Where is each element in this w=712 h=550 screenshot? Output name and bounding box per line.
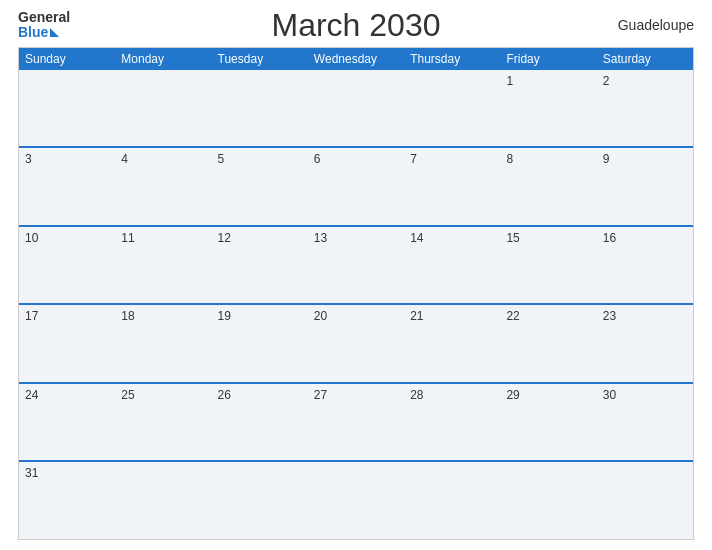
day-number: 30 (603, 388, 616, 402)
day-number: 19 (218, 309, 231, 323)
day-number: 26 (218, 388, 231, 402)
day-cell: 21 (404, 305, 500, 382)
day-cell: 19 (212, 305, 308, 382)
day-cell: 31 (19, 462, 115, 539)
day-cell (597, 462, 693, 539)
day-cell (500, 462, 596, 539)
day-number: 14 (410, 231, 423, 245)
day-header-saturday: Saturday (597, 48, 693, 70)
day-cell (212, 462, 308, 539)
day-cell: 5 (212, 148, 308, 225)
day-header-tuesday: Tuesday (212, 48, 308, 70)
day-number: 2 (603, 74, 610, 88)
day-cell: 11 (115, 227, 211, 304)
day-header-wednesday: Wednesday (308, 48, 404, 70)
day-cell (308, 462, 404, 539)
logo-general-text: General (18, 10, 70, 25)
logo: General Blue (18, 10, 70, 41)
day-cell: 20 (308, 305, 404, 382)
day-cell: 29 (500, 384, 596, 461)
day-cell (115, 70, 211, 147)
day-header-friday: Friday (500, 48, 596, 70)
week-row-0: 12 (19, 70, 693, 147)
day-header-monday: Monday (115, 48, 211, 70)
day-number: 12 (218, 231, 231, 245)
day-number: 22 (506, 309, 519, 323)
day-cell (308, 70, 404, 147)
day-cell: 17 (19, 305, 115, 382)
week-row-3: 17181920212223 (19, 303, 693, 382)
day-number: 28 (410, 388, 423, 402)
day-number: 13 (314, 231, 327, 245)
logo-triangle-icon (50, 28, 59, 37)
day-number: 10 (25, 231, 38, 245)
day-cell: 13 (308, 227, 404, 304)
day-cell: 12 (212, 227, 308, 304)
day-number: 25 (121, 388, 134, 402)
header: General Blue March 2030 Guadeloupe (18, 10, 694, 41)
day-number: 9 (603, 152, 610, 166)
day-cell (19, 70, 115, 147)
day-number: 15 (506, 231, 519, 245)
day-cell: 10 (19, 227, 115, 304)
day-cell: 30 (597, 384, 693, 461)
day-number: 6 (314, 152, 321, 166)
day-number: 23 (603, 309, 616, 323)
day-number: 24 (25, 388, 38, 402)
day-cell: 28 (404, 384, 500, 461)
day-number: 31 (25, 466, 38, 480)
day-number: 8 (506, 152, 513, 166)
day-number: 5 (218, 152, 225, 166)
weeks-container: 1234567891011121314151617181920212223242… (19, 70, 693, 539)
calendar: SundayMondayTuesdayWednesdayThursdayFrid… (18, 47, 694, 540)
week-row-2: 10111213141516 (19, 225, 693, 304)
day-cell: 6 (308, 148, 404, 225)
calendar-title: March 2030 (272, 7, 441, 44)
day-number: 21 (410, 309, 423, 323)
day-header-thursday: Thursday (404, 48, 500, 70)
day-cell: 23 (597, 305, 693, 382)
week-row-1: 3456789 (19, 146, 693, 225)
day-cell: 8 (500, 148, 596, 225)
week-row-4: 24252627282930 (19, 382, 693, 461)
day-cell (115, 462, 211, 539)
day-cell: 25 (115, 384, 211, 461)
day-cell: 27 (308, 384, 404, 461)
day-cell: 4 (115, 148, 211, 225)
day-number: 1 (506, 74, 513, 88)
location-label: Guadeloupe (618, 17, 694, 33)
day-cell: 16 (597, 227, 693, 304)
day-cell: 18 (115, 305, 211, 382)
day-headers-row: SundayMondayTuesdayWednesdayThursdayFrid… (19, 48, 693, 70)
day-cell: 22 (500, 305, 596, 382)
day-cell (404, 70, 500, 147)
day-cell (404, 462, 500, 539)
page: General Blue March 2030 Guadeloupe Sunda… (0, 0, 712, 550)
day-number: 18 (121, 309, 134, 323)
day-cell: 26 (212, 384, 308, 461)
day-cell: 7 (404, 148, 500, 225)
logo-blue-text: Blue (18, 25, 59, 40)
day-cell: 24 (19, 384, 115, 461)
day-number: 11 (121, 231, 134, 245)
day-cell: 9 (597, 148, 693, 225)
day-cell: 2 (597, 70, 693, 147)
day-number: 3 (25, 152, 32, 166)
day-cell: 15 (500, 227, 596, 304)
day-number: 29 (506, 388, 519, 402)
day-number: 20 (314, 309, 327, 323)
day-number: 16 (603, 231, 616, 245)
day-cell: 3 (19, 148, 115, 225)
week-row-5: 31 (19, 460, 693, 539)
day-number: 27 (314, 388, 327, 402)
day-number: 7 (410, 152, 417, 166)
day-number: 17 (25, 309, 38, 323)
day-cell (212, 70, 308, 147)
day-cell: 14 (404, 227, 500, 304)
day-cell: 1 (500, 70, 596, 147)
day-header-sunday: Sunday (19, 48, 115, 70)
day-number: 4 (121, 152, 128, 166)
